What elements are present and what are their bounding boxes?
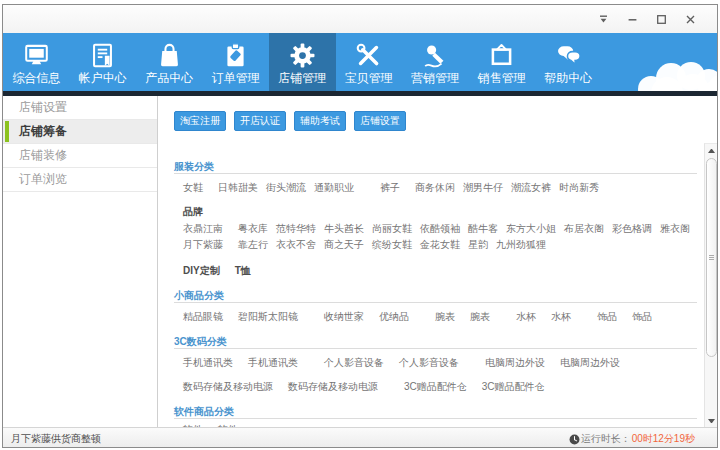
category-link[interactable]: 金花女鞋 bbox=[420, 239, 460, 251]
scroll-down-icon[interactable] bbox=[708, 419, 715, 423]
scrollbar[interactable] bbox=[704, 143, 717, 427]
category-link[interactable]: 依酷领袖 bbox=[420, 223, 460, 235]
category-link[interactable]: 月下紫藤 bbox=[183, 239, 223, 251]
toolbar-button-2[interactable]: 开店认证 bbox=[234, 111, 286, 131]
category-link[interactable]: 手机通讯类 bbox=[183, 357, 233, 369]
category-link[interactable]: 靠左行 bbox=[238, 239, 268, 251]
section-title: 服装分类 bbox=[174, 162, 697, 172]
section-title: 小商品分类 bbox=[174, 291, 697, 301]
category-link[interactable]: 电脑周边外设 bbox=[485, 357, 545, 369]
category-link[interactable]: 尚丽女鞋 bbox=[372, 223, 412, 235]
category-link[interactable]: 缤纷女鞋 bbox=[372, 239, 412, 251]
category-link[interactable]: 个人影音设备 bbox=[324, 357, 384, 369]
category-link[interactable]: 星韵 bbox=[468, 239, 488, 251]
category-link[interactable]: 碧阳斯太阳镜 bbox=[238, 311, 298, 323]
rollup-button[interactable] bbox=[596, 12, 610, 26]
category-link[interactable]: 粤衣库 bbox=[238, 223, 268, 235]
nav-item-2[interactable]: 帐户中心 bbox=[70, 33, 137, 91]
nav-item-8[interactable]: 销售管理 bbox=[469, 33, 536, 91]
category-link[interactable]: 水杯 bbox=[551, 311, 571, 323]
category-link[interactable]: 潮流女裤 bbox=[511, 182, 551, 194]
nav-item-3[interactable]: 产品中心 bbox=[136, 33, 203, 91]
nav-item-6[interactable]: 宝贝管理 bbox=[336, 33, 403, 91]
category-link[interactable]: T恤 bbox=[235, 265, 251, 277]
category-group: DIY定制T恤 bbox=[183, 265, 251, 277]
category-link[interactable]: 裤子 bbox=[380, 182, 400, 194]
close-icon bbox=[684, 13, 697, 26]
category-link[interactable]: 商之天子 bbox=[324, 239, 364, 251]
category-link[interactable]: 电脑周边外设 bbox=[560, 357, 620, 369]
category-link[interactable]: 衣鼎江南 bbox=[183, 223, 223, 235]
category-link[interactable]: 通勤职业 bbox=[314, 182, 354, 194]
category-link[interactable]: 街头潮流 bbox=[266, 182, 306, 194]
nav-item-9[interactable]: 帮助中心 bbox=[535, 33, 602, 91]
category-block: 手机通讯类手机通讯类个人影音设备个人影音设备电脑周边外设电脑周边外设 bbox=[183, 357, 697, 369]
nav-item-label: 综合信息 bbox=[12, 72, 60, 85]
category-section-2: 小商品分类精品眼镜碧阳斯太阳镜收纳世家优纳品腕表腕表水杯水杯饰品饰品 bbox=[174, 291, 697, 323]
category-link[interactable]: 酷牛客 bbox=[468, 223, 498, 235]
close-button[interactable] bbox=[683, 12, 697, 26]
category-block: 女鞋日韩甜美街头潮流通勤职业裤子商务休闲潮男牛仔潮流女裤时尚新秀 bbox=[183, 182, 697, 194]
category-link[interactable]: 潮男牛仔 bbox=[463, 182, 503, 194]
sidebar-item-4[interactable]: 订单浏览 bbox=[3, 168, 157, 192]
clipboard-icon bbox=[222, 42, 249, 68]
category-link[interactable]: 优纳品 bbox=[379, 311, 409, 323]
category-link[interactable]: 范特华特 bbox=[276, 223, 316, 235]
category-line: 衣鼎江南粤衣库范特华特牛头酋长尚丽女鞋依酷领袖酷牛客东方大小姐布居衣阁彩色格调雅… bbox=[183, 223, 697, 235]
sidebar-active-accent bbox=[5, 121, 9, 142]
nav-item-7[interactable]: 营销管理 bbox=[402, 33, 469, 91]
category-link[interactable]: 彩色格调 bbox=[612, 223, 652, 235]
toolbar-button-4[interactable]: 店铺设置 bbox=[354, 111, 406, 131]
category-link[interactable]: 软件 bbox=[218, 424, 238, 427]
category-group: 个人影音设备个人影音设备 bbox=[324, 357, 459, 369]
category-line: 月下紫藤靠左行衣衣不舍商之天子缤纷女鞋金花女鞋星韵九州劲狐狸 bbox=[183, 239, 697, 251]
category-link[interactable]: 3C赠品配件仓 bbox=[404, 381, 467, 393]
category-link[interactable]: 数码存储及移动电源 bbox=[183, 381, 273, 393]
category-link[interactable]: 腕表 bbox=[470, 311, 490, 323]
scroll-up-icon[interactable] bbox=[708, 149, 715, 153]
toolbar-button-1[interactable]: 淘宝注册 bbox=[174, 111, 226, 131]
sidebar-item-label: 店铺设置 bbox=[19, 100, 67, 114]
category-line: 手机通讯类手机通讯类个人影音设备个人影音设备电脑周边外设电脑周边外设 bbox=[183, 357, 697, 369]
category-link[interactable]: 女鞋 bbox=[183, 182, 203, 194]
category-link[interactable]: 数码存储及移动电源 bbox=[288, 381, 378, 393]
category-link[interactable]: 收纳世家 bbox=[324, 311, 364, 323]
category-link[interactable]: 饰品 bbox=[632, 311, 652, 323]
category-link[interactable]: 手机通讯类 bbox=[248, 357, 298, 369]
sidebar-item-3[interactable]: 店铺装修 bbox=[3, 144, 157, 168]
minimize-button[interactable] bbox=[625, 12, 639, 26]
category-subheader: 品牌 bbox=[183, 206, 697, 218]
category-block: 品牌衣鼎江南粤衣库范特华特牛头酋长尚丽女鞋依酷领袖酷牛客东方大小姐布居衣阁彩色格… bbox=[183, 206, 697, 251]
sidebar-item-1[interactable]: 店铺设置 bbox=[3, 96, 157, 120]
category-link[interactable]: 九州劲狐狸 bbox=[496, 239, 546, 251]
category-link[interactable]: 软件 bbox=[183, 424, 203, 427]
section-divider bbox=[174, 173, 697, 174]
nav-item-5[interactable]: 店铺管理 bbox=[269, 33, 336, 91]
category-link[interactable]: 精品眼镜 bbox=[183, 311, 223, 323]
toolbar-button-3[interactable]: 辅助考试 bbox=[294, 111, 346, 131]
runtime-label: 运行时长： bbox=[581, 432, 631, 446]
nav-item-4[interactable]: 订单管理 bbox=[203, 33, 270, 91]
category-block: 数码存储及移动电源数码存储及移动电源3C赠品配件仓3C赠品配件仓 bbox=[183, 381, 697, 393]
cloud-decoration bbox=[627, 57, 717, 91]
category-link[interactable]: DIY定制 bbox=[183, 265, 220, 277]
category-link[interactable]: 衣衣不舍 bbox=[276, 239, 316, 251]
category-link[interactable]: 布居衣阁 bbox=[564, 223, 604, 235]
category-link[interactable]: 东方大小姐 bbox=[506, 223, 556, 235]
sidebar-item-2[interactable]: 店铺筹备 bbox=[3, 120, 157, 144]
maximize-button[interactable] bbox=[654, 12, 668, 26]
category-link[interactable]: 雅衣阁 bbox=[660, 223, 690, 235]
nav-item-label: 销售管理 bbox=[478, 72, 526, 85]
category-link[interactable]: 3C赠品配件仓 bbox=[482, 381, 545, 393]
category-link[interactable]: 日韩甜美 bbox=[218, 182, 258, 194]
category-link[interactable]: 牛头酋长 bbox=[324, 223, 364, 235]
category-link[interactable]: 时尚新秀 bbox=[559, 182, 599, 194]
category-link[interactable]: 水杯 bbox=[516, 311, 536, 323]
category-link[interactable]: 个人影音设备 bbox=[399, 357, 459, 369]
nav-item-1[interactable]: 综合信息 bbox=[3, 33, 70, 91]
scrollbar-thumb[interactable] bbox=[706, 158, 717, 357]
category-link[interactable]: 腕表 bbox=[435, 311, 455, 323]
category-link[interactable]: 饰品 bbox=[597, 311, 617, 323]
category-line: 软件软件 bbox=[183, 424, 697, 427]
category-link[interactable]: 商务休闲 bbox=[415, 182, 455, 194]
